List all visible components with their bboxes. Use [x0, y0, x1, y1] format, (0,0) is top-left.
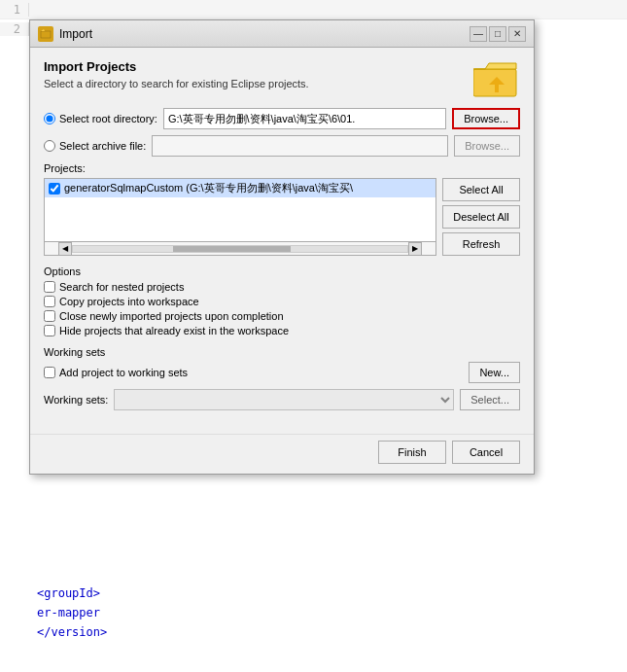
- hide-projects-label: Hide projects that already exist in the …: [59, 325, 289, 336]
- deselect-all-button[interactable]: Deselect All: [442, 205, 520, 229]
- titlebar-left: Import: [38, 26, 92, 42]
- options-section: Options Search for nested projects Copy …: [44, 265, 520, 336]
- close-button[interactable]: ✕: [508, 26, 526, 42]
- cancel-button[interactable]: Cancel: [452, 441, 520, 464]
- select-archive-radio-label[interactable]: Select archive file:: [44, 140, 146, 152]
- browse-archive-button: Browse...: [454, 135, 520, 157]
- browse-root-button[interactable]: Browse...: [452, 108, 520, 129]
- project-item-text: generatorSqlmapCustom (G:\英哥专用勿删\资料\java…: [64, 181, 353, 195]
- projects-horizontal-scrollbar[interactable]: ◀ ▶: [44, 242, 436, 256]
- close-projects-label: Close newly imported projects upon compl…: [59, 310, 284, 322]
- dialog-titlebar: Import — □ ✕: [30, 20, 534, 48]
- minimize-button[interactable]: —: [470, 26, 487, 42]
- close-projects-row: Close newly imported projects upon compl…: [44, 310, 520, 322]
- archive-file-row: Select archive file: Browse...: [44, 135, 520, 157]
- projects-buttons: Select All Deselect All Refresh: [442, 178, 520, 256]
- hide-projects-row: Hide projects that already exist in the …: [44, 325, 520, 336]
- scroll-right-arrow[interactable]: ▶: [408, 242, 422, 256]
- nested-projects-checkbox[interactable]: [44, 281, 55, 293]
- copy-projects-checkbox[interactable]: [44, 296, 55, 307]
- hide-projects-checkbox[interactable]: [44, 325, 55, 336]
- working-sets-select[interactable]: [114, 389, 454, 410]
- svg-rect-0: [41, 31, 51, 38]
- nested-projects-row: Search for nested projects: [44, 281, 520, 293]
- dialog-header-text: Import Projects Select a directory to se…: [44, 59, 309, 89]
- working-sets-section: Working sets Add project to working sets…: [44, 346, 520, 410]
- select-root-radio-label[interactable]: Select root directory:: [44, 113, 157, 124]
- select-archive-radio[interactable]: [44, 140, 55, 152]
- svg-marker-1: [41, 29, 45, 31]
- select-all-button[interactable]: Select All: [442, 178, 520, 201]
- copy-projects-label: Copy projects into workspace: [59, 296, 199, 307]
- scroll-left-arrow[interactable]: ◀: [58, 242, 72, 256]
- root-directory-input[interactable]: [163, 108, 446, 129]
- dialog-header-section: Import Projects Select a directory to se…: [44, 59, 520, 98]
- dialog-header-description: Select a directory to search for existin…: [44, 78, 309, 89]
- nested-projects-label: Search for nested projects: [59, 281, 184, 293]
- import-dialog: Import — □ ✕ Import Projects Select a di…: [29, 19, 535, 475]
- refresh-button[interactable]: Refresh: [442, 232, 520, 256]
- titlebar-buttons: — □ ✕: [470, 26, 526, 42]
- add-working-sets-row: Add project to working sets New...: [44, 362, 520, 383]
- working-sets-label: Working sets: [44, 346, 520, 358]
- add-working-sets-label: Add project to working sets: [59, 367, 465, 378]
- dialog-title-text: Import: [59, 27, 92, 41]
- dialog-header-title: Import Projects: [44, 59, 309, 74]
- select-working-set-button[interactable]: Select...: [460, 389, 520, 410]
- add-working-sets-checkbox[interactable]: [44, 367, 55, 378]
- dialog-icon: [38, 26, 53, 42]
- working-sets-input-label: Working sets:: [44, 394, 108, 406]
- projects-list-container: generatorSqlmapCustom (G:\英哥专用勿删\资料\java…: [44, 178, 436, 256]
- folder-large-icon: [473, 59, 520, 98]
- maximize-button[interactable]: □: [489, 26, 506, 42]
- dialog-footer: Finish Cancel: [30, 434, 534, 474]
- working-sets-input-row: Working sets: Select...: [44, 389, 520, 410]
- projects-section-label: Projects:: [44, 162, 520, 174]
- root-directory-row: Select root directory: Browse...: [44, 108, 520, 129]
- new-working-set-button[interactable]: New...: [469, 362, 520, 383]
- archive-file-input[interactable]: [152, 135, 448, 157]
- select-root-radio[interactable]: [44, 113, 55, 124]
- dialog-body: Import Projects Select a directory to se…: [30, 48, 534, 434]
- projects-area: generatorSqlmapCustom (G:\英哥专用勿删\资料\java…: [44, 178, 520, 256]
- copy-projects-row: Copy projects into workspace: [44, 296, 520, 307]
- finish-button[interactable]: Finish: [378, 441, 446, 464]
- scrollbar-thumb: [173, 246, 290, 252]
- projects-list[interactable]: generatorSqlmapCustom (G:\英哥专用勿删\资料\java…: [44, 178, 436, 242]
- project-checkbox[interactable]: [49, 183, 60, 195]
- scrollbar-track: [72, 245, 408, 253]
- project-item[interactable]: generatorSqlmapCustom (G:\英哥专用勿删\资料\java…: [45, 179, 435, 197]
- svg-marker-3: [473, 63, 516, 69]
- close-projects-checkbox[interactable]: [44, 310, 55, 322]
- options-label: Options: [44, 265, 520, 277]
